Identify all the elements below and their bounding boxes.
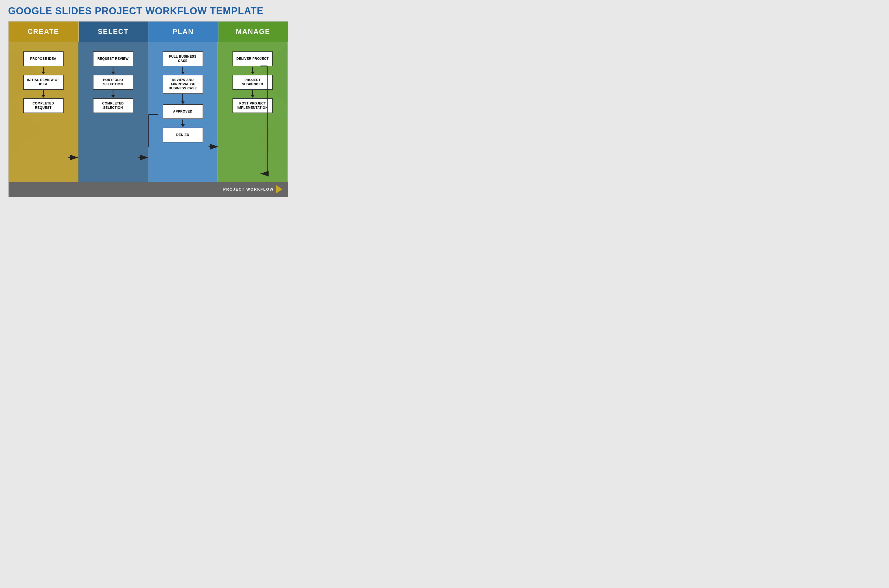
col-header-manage: MANAGE [218,21,288,42]
branch-section [152,94,214,104]
col-header-plan: PLAN [149,21,218,42]
page-title: GOOGLE SLIDES PROJECT WORKFLOW TEMPLATE [8,5,288,17]
full-business-case-box: FULL BUSINESS CASE [163,51,203,66]
col-header-create: CREATE [9,21,79,42]
completed-selection-box: COMPLETED SELECTION [93,98,133,113]
arrow-3 [111,67,115,74]
request-review-box: REQUEST REVIEW [93,51,133,66]
manage-flow: DELIVER PROJECT PROJECT SUSPENDED POST P… [222,47,283,113]
portfolio-selection-box: PORTFOLIO SELECTION [93,75,133,90]
initial-review-box: INITIAL REVIEW OF IDEA [23,75,63,90]
col-content-select: REQUEST REVIEW PORTFOLIO SELECTION COMPL… [78,42,148,182]
branch-line-v [182,94,183,99]
footer-arrow-icon [276,185,282,194]
review-approval-box: REVIEW AND APPROVAL OF BUSINESS CASE [163,75,203,94]
completed-request-box: COMPLETED REQUEST [23,98,63,113]
workflow-container: CREATE SELECT PLAN MANAGE PROPOSE IDEA [8,21,288,197]
col-content-plan: FULL BUSINESS CASE REVIEW AND APPROVAL O… [148,42,218,182]
post-project-box: POST PROJECT IMPLEMENTATION [233,98,273,113]
arrow-2 [42,90,45,98]
approved-box: APPROVED [163,104,203,119]
arrow-7 [251,67,254,74]
select-flow: REQUEST REVIEW PORTFOLIO SELECTION COMPL… [82,47,144,113]
project-suspended-box: PROJECT SUSPENDED [233,75,273,90]
arrow-4 [111,90,115,98]
col-header-select: SELECT [79,21,149,42]
arrow-1 [42,67,45,74]
headers-row: CREATE SELECT PLAN MANAGE [9,21,288,42]
content-row: PROPOSE IDEA INITIAL REVIEW OF IDEA COMP… [9,42,288,182]
propose-idea-box: PROPOSE IDEA [23,51,63,66]
arrow-6 [181,120,185,127]
arrow-8 [251,90,254,98]
arrow-5 [181,67,185,74]
create-flow: PROPOSE IDEA INITIAL REVIEW OF IDEA COMP… [12,47,74,113]
col-content-manage: DELIVER PROJECT PROJECT SUSPENDED POST P… [218,42,288,182]
deliver-project-box: DELIVER PROJECT [233,51,273,66]
footer: PROJECT WORKFLOW [9,182,288,197]
plan-flow: FULL BUSINESS CASE REVIEW AND APPROVAL O… [152,47,214,142]
col-content-create: PROPOSE IDEA INITIAL REVIEW OF IDEA COMP… [9,42,78,182]
footer-label: PROJECT WORKFLOW [223,187,274,191]
denied-box: DENIED [163,128,203,142]
